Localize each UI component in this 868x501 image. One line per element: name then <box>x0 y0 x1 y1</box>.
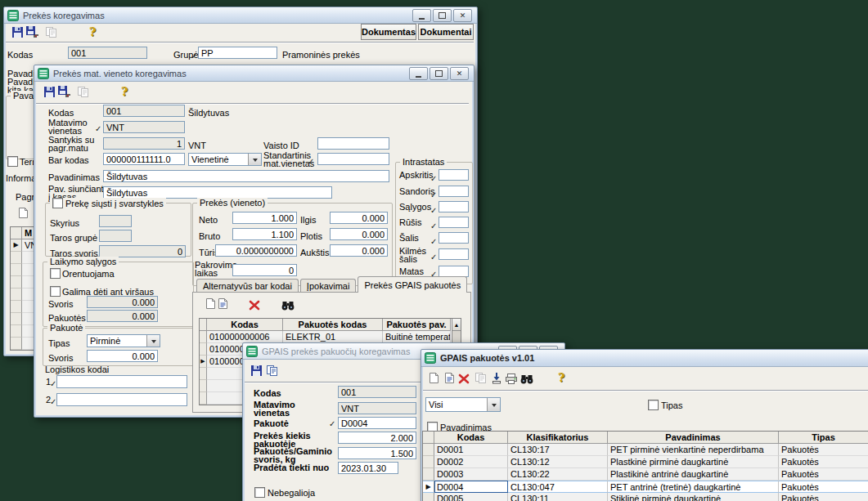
santykis-input[interactable] <box>103 137 185 150</box>
rusis-input[interactable] <box>438 217 469 228</box>
edit-button[interactable] <box>215 297 230 311</box>
save-button[interactable] <box>10 25 25 39</box>
save-as-button[interactable] <box>57 85 72 99</box>
kilmes-salis-check-icon[interactable]: ✓ <box>430 253 437 262</box>
plotis-input[interactable] <box>330 228 388 240</box>
help-button[interactable]: ? <box>117 84 132 98</box>
table-row[interactable]: D0002 CL130:12 Plastkinė pirminė daugkar… <box>423 456 868 468</box>
tab-prekes-gpais-pakuotes[interactable]: Prekės GPAIS pakuotės <box>358 276 467 293</box>
dropdown-arrow-icon[interactable] <box>487 398 500 411</box>
copy-button[interactable] <box>75 85 90 99</box>
table-row-selected[interactable]: ▶ D0004 CL130:047 PET antrinė (tretinė) … <box>423 481 868 493</box>
salis-check-icon[interactable]: ✓ <box>430 238 437 246</box>
pakuote-lookup-check-icon[interactable]: ✓ <box>329 420 335 428</box>
pakuote-svoris-input[interactable] <box>87 350 158 362</box>
maximize-button[interactable] <box>433 9 452 22</box>
logistikos-1-input[interactable] <box>56 375 187 388</box>
table-row[interactable]: D0001 CL130:17 PET pirminė vienkartinė n… <box>423 444 868 456</box>
kiekis-input[interactable] <box>338 432 416 444</box>
pakuote-tipas-dropdown[interactable]: Pirminė <box>87 334 160 347</box>
edit-button[interactable] <box>442 371 456 385</box>
ilgis-input[interactable] <box>330 212 388 224</box>
grupe-lookup-check-icon[interactable]: ✓ <box>191 52 197 60</box>
pradeta-input[interactable] <box>338 462 398 474</box>
svoris-input[interactable] <box>87 296 158 308</box>
table-row[interactable]: D0005 CL130:11 Stiklinė pirminė daugkart… <box>423 493 868 501</box>
logistikos-2-input[interactable] <box>56 393 187 406</box>
new-row-button[interactable] <box>16 206 30 220</box>
tab-alternatyvus-bar-kodai[interactable]: Alternatyvūs bar kodai <box>196 279 299 293</box>
taros-grupe-input[interactable] <box>99 230 132 242</box>
gaminio-svoris-input[interactable] <box>338 447 416 459</box>
table-row[interactable]: 010000000006 ELEKTR_01 Buitinė temperatū… <box>200 331 452 343</box>
sandoris-input[interactable] <box>438 186 469 197</box>
copy-button[interactable] <box>473 371 488 385</box>
rusis-check-icon[interactable]: ✓ <box>430 222 437 230</box>
apskritis-check-icon[interactable]: ✓ <box>430 175 437 183</box>
pavadinimas-input[interactable] <box>103 170 389 182</box>
save-button[interactable] <box>249 364 263 378</box>
vaisto-id-input[interactable] <box>317 137 389 150</box>
dropdown-arrow-icon[interactable] <box>146 335 160 347</box>
new-button[interactable] <box>426 371 441 385</box>
minimize-button[interactable] <box>412 9 431 22</box>
titlebar[interactable]: Prekės mat. vieneto koregavimas <box>34 65 474 82</box>
bar-kodas-input[interactable] <box>103 153 185 165</box>
print-button[interactable] <box>504 371 519 385</box>
bruto-input[interactable] <box>232 228 297 240</box>
aukstis-input[interactable] <box>330 244 388 257</box>
salis-input[interactable] <box>438 232 469 244</box>
standartinis-lookup-check-icon[interactable]: ✓ <box>308 158 314 166</box>
kodas-input[interactable] <box>68 47 147 59</box>
minimize-button[interactable] <box>409 67 428 80</box>
copy-button[interactable] <box>43 25 58 39</box>
galima-deti-checkbox[interactable] <box>50 286 61 297</box>
barkodas-tipas-dropdown[interactable]: Vienetinė <box>188 153 262 166</box>
scroll-up-button[interactable]: ▲ <box>452 319 461 331</box>
save-as-button[interactable] <box>25 25 40 39</box>
svarstykles-checkbox[interactable] <box>52 198 63 208</box>
kodas-input[interactable] <box>103 105 185 117</box>
pakuote-input[interactable] <box>338 417 416 429</box>
dokumentas-button[interactable]: Dokumentas <box>361 24 416 40</box>
matavimo-vienetas-input[interactable] <box>103 121 185 133</box>
find-button[interactable] <box>519 372 534 386</box>
titlebar[interactable]: Prekės koregavimas <box>4 7 477 24</box>
salygos-input[interactable] <box>438 201 469 212</box>
table-row[interactable]: D0003 CL130:22 Plastikinė antrinė daugka… <box>423 468 868 481</box>
matas-input[interactable] <box>438 266 469 277</box>
find-button[interactable] <box>281 298 295 312</box>
salygos-check-icon[interactable]: ✓ <box>430 207 437 215</box>
mat-lookup-check-icon[interactable]: ✓ <box>95 125 101 133</box>
grupe-input[interactable] <box>198 47 277 59</box>
titlebar[interactable]: GPAIS pakuotės v1.01 <box>421 350 868 367</box>
import-button[interactable] <box>489 371 504 385</box>
neto-input[interactable] <box>232 212 297 224</box>
dropdown-arrow-icon[interactable] <box>248 154 261 165</box>
kilmes-salis-input[interactable] <box>438 248 469 260</box>
standartinis-input[interactable] <box>317 153 389 165</box>
maximize-button[interactable] <box>430 67 448 80</box>
save-button[interactable] <box>42 85 56 99</box>
copy-button[interactable] <box>264 364 279 378</box>
delete-button[interactable] <box>456 372 471 386</box>
filter-dropdown[interactable]: Visi <box>425 397 501 412</box>
help-button[interactable]: ? <box>554 370 569 384</box>
apskritis-input[interactable] <box>438 169 469 181</box>
delete-button[interactable] <box>247 298 262 312</box>
pakrovimo-input[interactable] <box>232 264 297 276</box>
close-button[interactable]: ✕ <box>450 67 469 80</box>
orentuojama-checkbox[interactable] <box>50 268 61 279</box>
sandoris-check-icon[interactable]: ✓ <box>430 191 437 199</box>
close-button[interactable]: ✕ <box>453 9 472 22</box>
kodas-input[interactable] <box>338 386 416 398</box>
matavimo-vienetas-input[interactable] <box>338 402 416 414</box>
tab-ipokavimai[interactable]: Įpokavimai <box>300 279 357 293</box>
turis-input[interactable] <box>215 244 297 257</box>
term-checkbox[interactable] <box>7 156 18 167</box>
pav-kasas-input[interactable] <box>103 186 332 199</box>
tipas-filter-checkbox[interactable] <box>648 400 659 410</box>
help-button[interactable]: ? <box>85 25 100 38</box>
nebegalioja-checkbox[interactable] <box>254 487 265 498</box>
pakuotes-input[interactable] <box>87 310 158 322</box>
